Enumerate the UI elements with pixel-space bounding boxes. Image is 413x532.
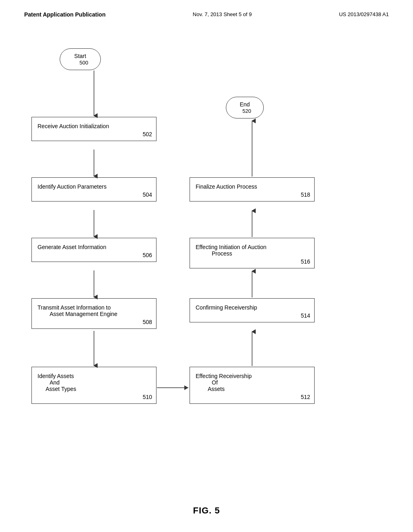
start-node: Start 500	[60, 48, 101, 70]
box-504: Identify Auction Parameters 504	[31, 177, 156, 202]
box-514-number: 514	[301, 312, 310, 319]
box-502-number: 502	[143, 131, 152, 137]
box-514-text: Confirming Receivership	[196, 304, 257, 311]
box-512-line3: Assets	[208, 386, 225, 392]
box-516-number: 516	[301, 258, 310, 265]
box-518-text: Finalize Auction Process	[196, 183, 257, 190]
start-number: 500	[79, 60, 88, 66]
box-512-number: 512	[301, 394, 310, 400]
end-label: End	[240, 101, 250, 108]
box-506-number: 506	[143, 252, 152, 258]
start-label: Start	[74, 53, 86, 59]
box-506: Generate Asset Information 506	[31, 238, 156, 262]
figure-label: FIG. 5	[0, 505, 413, 516]
box-502-text: Receive Auction Initialization	[38, 123, 109, 129]
box-504-text: Identify Auction Parameters	[38, 183, 106, 190]
box-510-line1: Identify Assets	[38, 373, 74, 379]
box-512-line1: Effecting Receivership	[196, 373, 252, 379]
box-502: Receive Auction Initialization 502	[31, 117, 156, 141]
box-508-line2: Asset Management Engine	[50, 311, 117, 317]
box-512-line2: Of	[212, 379, 218, 386]
box-508-number: 508	[143, 319, 152, 325]
end-number: 520	[242, 108, 251, 114]
box-510-line3: Asset Types	[46, 386, 76, 392]
header-patent-number: US 2013/0297438 A1	[339, 11, 389, 18]
box-518-number: 518	[301, 191, 310, 198]
box-516-line1: Effecting Initiation of Auction	[196, 244, 267, 250]
page-header: Patent Application Publication Nov. 7, 2…	[0, 0, 413, 18]
end-node: End 520	[226, 97, 264, 118]
box-504-number: 504	[143, 191, 152, 198]
box-518: Finalize Auction Process 518	[190, 177, 315, 202]
header-publication: Patent Application Publication	[24, 11, 106, 18]
box-512: Effecting Receivership Of Assets 512	[190, 367, 315, 404]
box-510: Identify Assets And Asset Types 510	[31, 367, 156, 404]
box-510-line2: And	[50, 379, 60, 386]
header-date-sheet: Nov. 7, 2013 Sheet 5 of 9	[193, 11, 252, 18]
box-506-text: Generate Asset Information	[38, 244, 106, 250]
box-510-number: 510	[143, 394, 152, 400]
box-514: Confirming Receivership 514	[190, 298, 315, 322]
box-516: Effecting Initiation of Auction Process …	[190, 238, 315, 268]
box-508: Transmit Asset Information to Asset Mana…	[31, 298, 156, 329]
box-508-line1: Transmit Asset Information to	[38, 304, 111, 311]
box-516-line2: Process	[212, 250, 232, 257]
